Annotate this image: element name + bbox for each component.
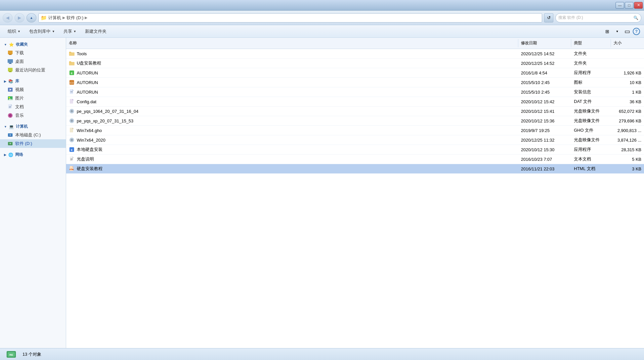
file-name: Win7x64_2020 <box>77 138 106 143</box>
title-bar: — □ ✕ <box>0 0 644 11</box>
organize-button[interactable]: 组织 ▼ <box>4 27 24 36</box>
file-modified: 2020/10/12 15:36 <box>518 117 571 124</box>
view-dropdown-icon: ▼ <box>616 30 619 33</box>
computer-header[interactable]: ▼ 💻 计算机 <box>0 122 66 131</box>
maximize-button[interactable]: □ <box>625 2 633 9</box>
file-rows: Tools 2020/12/25 14:52文件夹 U盘安装教程 2020/12… <box>66 49 644 174</box>
table-row[interactable]: 光盘说明 2016/10/23 7:07文本文档5 KB <box>66 155 644 164</box>
network-header[interactable]: ▶ 🌐 网络 <box>0 151 66 159</box>
share-button[interactable]: 共享 ▼ <box>60 27 80 36</box>
file-modified: 2019/9/7 19:25 <box>518 127 571 134</box>
col-type[interactable]: 类型 <box>571 39 611 47</box>
up-button[interactable]: ▲ <box>26 13 36 22</box>
file-type: GHO 文件 <box>571 126 611 134</box>
file-modified: 2015/5/10 2:45 <box>518 89 571 96</box>
sidebar-item-videos[interactable]: 视频 <box>0 85 66 94</box>
forward-button[interactable]: ▶ <box>15 13 24 22</box>
file-name-cell: ICO AUTORUN <box>66 78 518 86</box>
file-modified: 2016/1/8 4:54 <box>518 69 571 76</box>
table-row[interactable]: Tools 2020/12/25 14:52文件夹 <box>66 49 644 59</box>
help-button[interactable]: ? <box>633 28 640 35</box>
sidebar-item-recent[interactable]: 最近访问的位置 <box>0 66 66 74</box>
file-modified: 2020/12/25 14:52 <box>518 60 571 67</box>
column-headers: 名称 修改日期 类型 大小 <box>66 38 644 49</box>
file-icon <box>69 60 75 66</box>
include-library-button[interactable]: 包含到库中 ▼ <box>25 27 59 36</box>
sidebar-item-documents[interactable]: 文档 <box>0 103 66 111</box>
file-type: 图标 <box>571 78 611 86</box>
file-size: 3 KB <box>611 165 644 172</box>
organize-label: 组织 <box>8 28 16 34</box>
videos-icon <box>7 87 13 93</box>
breadcrumb-drive[interactable]: 软件 (D:) <box>66 15 83 21</box>
svg-marker-31 <box>72 89 74 91</box>
file-name-cell: Win7x64_2020 <box>66 136 518 144</box>
table-row[interactable]: Win7x64.gho 2019/9/7 19:25GHO 文件2,900,81… <box>66 126 644 135</box>
file-type: HTML 文档 <box>571 165 611 173</box>
sidebar-item-pictures[interactable]: 图片 <box>0 94 66 103</box>
preview-button[interactable]: ▭ <box>623 27 631 36</box>
svg-rect-21 <box>9 136 12 137</box>
file-size <box>611 62 644 64</box>
computer-icon: 💻 <box>9 124 14 129</box>
status-app-icon: RE <box>5 348 17 360</box>
sidebar-item-music[interactable]: 音乐 <box>0 111 66 120</box>
col-name[interactable]: 名称 <box>66 39 518 47</box>
table-row[interactable]: pe_yqs_xp_20_07_31_15_53 2020/10/12 15:3… <box>66 116 644 126</box>
back-button[interactable]: ◀ <box>3 13 13 22</box>
col-size[interactable]: 大小 <box>611 39 644 47</box>
include-library-arrow-icon: ▼ <box>52 30 55 33</box>
table-row[interactable]: HTML 硬盘安装教程 2016/11/21 22:03HTML 文档3 KB <box>66 164 644 174</box>
new-folder-button[interactable]: 新建文件夹 <box>81 27 110 36</box>
sidebar: ▼ ⭐ 收藏夹 下载 桌面 最近访问的位置 <box>0 38 66 348</box>
svg-rect-16 <box>9 108 11 108</box>
refresh-button[interactable]: ↺ <box>544 13 553 22</box>
view-icon: ⊞ <box>605 29 609 34</box>
file-name-cell: U盘安装教程 <box>66 59 518 67</box>
table-row[interactable]: pe_yqs_1064_20_07_31_16_04 2020/10/12 15… <box>66 107 644 116</box>
sidebar-item-drive-d[interactable]: 软件 (D:) <box>0 139 66 148</box>
table-row[interactable]: U盘安装教程 2020/12/25 14:52文件夹 <box>66 59 644 68</box>
view-dropdown-button[interactable]: ▼ <box>613 27 622 36</box>
file-name: pe_yqs_1064_20_07_31_16_04 <box>77 109 139 114</box>
sidebar-item-drive-c[interactable]: 本地磁盘 (C:) <box>0 131 66 139</box>
change-view-button[interactable]: ⊞ <box>603 27 612 36</box>
table-row[interactable]: Win7x64_2020 2020/12/25 11:32光盘映像文件3,874… <box>66 135 644 145</box>
sidebar-item-desktop[interactable]: 桌面 <box>0 57 66 66</box>
include-library-label: 包含到库中 <box>29 28 51 34</box>
library-label: 库 <box>15 78 19 84</box>
table-row[interactable]: AUTORUN 2015/5/10 2:45安装信息1 KB <box>66 87 644 97</box>
main-layout: ▼ ⭐ 收藏夹 下载 桌面 最近访问的位置 <box>0 38 644 348</box>
file-type: 光盘映像文件 <box>571 107 611 115</box>
file-icon: HTML <box>69 166 75 172</box>
library-header[interactable]: ▶ 📚 库 <box>0 77 66 85</box>
close-button[interactable]: ✕ <box>634 2 643 9</box>
file-size: 10 KB <box>611 79 644 86</box>
breadcrumb[interactable]: 📁 计算机 ▶ 软件 (D:) ▶ <box>38 13 542 22</box>
sidebar-item-downloads[interactable]: 下载 <box>0 49 66 57</box>
file-modified: 2020/10/12 15:42 <box>518 98 571 105</box>
file-icon <box>69 156 75 162</box>
address-bar: ◀ ▶ ▲ 📁 计算机 ▶ 软件 (D:) ▶ ↺ 搜索 软件 (D:) 🔍 <box>0 11 644 25</box>
file-icon <box>69 118 75 124</box>
file-type: DAT 文件 <box>571 98 611 106</box>
file-size: 1,926 KB <box>611 69 644 76</box>
table-row[interactable]: Config.dat 2020/10/12 15:42DAT 文件36 KB <box>66 97 644 107</box>
documents-icon <box>7 104 13 110</box>
svg-rect-2 <box>8 59 13 63</box>
favorites-header[interactable]: ▼ ⭐ 收藏夹 <box>0 40 66 49</box>
table-row[interactable]: E AUTORUN 2016/1/8 4:54应用程序1,926 KB <box>66 68 644 78</box>
table-row[interactable]: ICO AUTORUN 2015/5/10 2:45图标10 KB <box>66 78 644 87</box>
network-label: 网络 <box>15 152 23 158</box>
file-name: U盘安装教程 <box>77 60 101 66</box>
col-modified[interactable]: 修改日期 <box>518 39 571 47</box>
search-bar[interactable]: 搜索 软件 (D:) 🔍 <box>555 13 641 22</box>
svg-text:E: E <box>71 149 73 152</box>
minimize-button[interactable]: — <box>616 2 624 9</box>
table-row[interactable]: E 本地硬盘安装 2020/10/12 15:30应用程序28,315 KB <box>66 145 644 155</box>
breadcrumb-computer[interactable]: 计算机 <box>48 15 61 21</box>
music-label: 音乐 <box>15 112 24 118</box>
file-name: AUTORUN <box>77 90 98 95</box>
file-name-cell: 光盘说明 <box>66 155 518 163</box>
file-type: 文件夹 <box>571 59 611 67</box>
